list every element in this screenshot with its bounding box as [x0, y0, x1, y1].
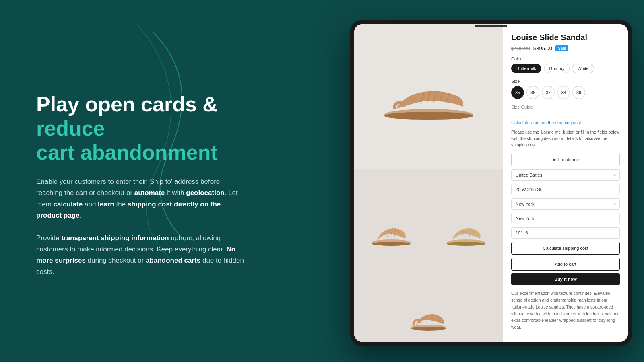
size-btn-37[interactable]: 37	[542, 86, 555, 99]
main-product-image	[354, 24, 503, 169]
original-price: $430.00	[511, 45, 530, 51]
state-select[interactable]: New York	[511, 198, 620, 210]
device-screen: Louise Slide Sandal $430.00 $395.00 Sale…	[354, 24, 628, 342]
color-btn-white[interactable]: White	[572, 64, 594, 73]
left-panel: Play open cards & reduce cart abandonmen…	[0, 0, 274, 362]
color-options: Buttermilk Gummy White	[511, 64, 620, 73]
divider	[511, 115, 620, 115]
sale-price: $395.00	[533, 45, 552, 51]
body-text-2: Provide transparent shipping information…	[36, 232, 246, 278]
svg-point-8	[372, 242, 411, 246]
thumbnail-1	[354, 169, 429, 294]
calculate-shipping-button[interactable]: Calculate shipping cost	[511, 242, 620, 255]
country-select[interactable]: United States	[511, 169, 620, 181]
camera-notch	[475, 25, 507, 27]
city-input[interactable]	[511, 213, 620, 224]
svg-point-1	[384, 112, 473, 120]
price-row: $430.00 $395.00 Sale	[511, 45, 620, 51]
zip-input[interactable]	[511, 227, 620, 239]
buy-now-button[interactable]: Buy it now	[511, 273, 620, 285]
product-description: Our experimentation with texture continu…	[511, 290, 620, 331]
address-input[interactable]	[511, 184, 620, 195]
size-options: 35 36 37 38 39	[511, 86, 620, 99]
color-btn-buttermilk[interactable]: Buttermilk	[511, 64, 541, 73]
shipping-calc-link[interactable]: Calculate and see the shipping cost	[511, 120, 620, 125]
size-btn-36[interactable]: 36	[526, 86, 539, 99]
thumbnail-3	[354, 294, 503, 342]
size-btn-38[interactable]: 38	[557, 86, 570, 99]
headline: Play open cards & reduce cart abandonmen…	[36, 93, 246, 165]
locate-me-button[interactable]: ⊕ Locate me	[511, 153, 620, 166]
color-label: Color	[511, 56, 620, 61]
body-text-1: Enable your customers to enter their 'Sh…	[36, 176, 246, 221]
country-select-wrapper: United States ▾	[511, 169, 620, 181]
state-select-wrapper: New York ▾	[511, 198, 620, 210]
thumbnail-row	[354, 169, 503, 294]
size-guide-link[interactable]: Size Guide	[511, 105, 620, 109]
product-detail-column: Louise Slide Sandal $430.00 $395.00 Sale…	[503, 24, 628, 342]
size-label: Size	[511, 79, 620, 84]
images-column	[354, 24, 503, 342]
sale-badge: Sale	[555, 45, 568, 51]
headline-accent2: cart abandonment	[36, 141, 218, 164]
color-btn-gummy[interactable]: Gummy	[544, 64, 570, 73]
device-frame: Louise Slide Sandal $430.00 $395.00 Sale…	[350, 20, 632, 346]
size-btn-39[interactable]: 39	[572, 86, 585, 99]
size-btn-35[interactable]: 35	[511, 86, 524, 99]
add-to-cart-button[interactable]: Add to cart	[511, 258, 620, 271]
product-title: Louise Slide Sandal	[511, 33, 620, 42]
headline-accent: reduce	[36, 117, 105, 140]
svg-point-14	[447, 242, 485, 246]
shipping-hint: Please use the 'Locate me' button or fil…	[511, 129, 620, 148]
thumbnail-2	[429, 169, 504, 294]
svg-point-20	[411, 327, 446, 331]
location-icon: ⊕	[552, 157, 556, 162]
